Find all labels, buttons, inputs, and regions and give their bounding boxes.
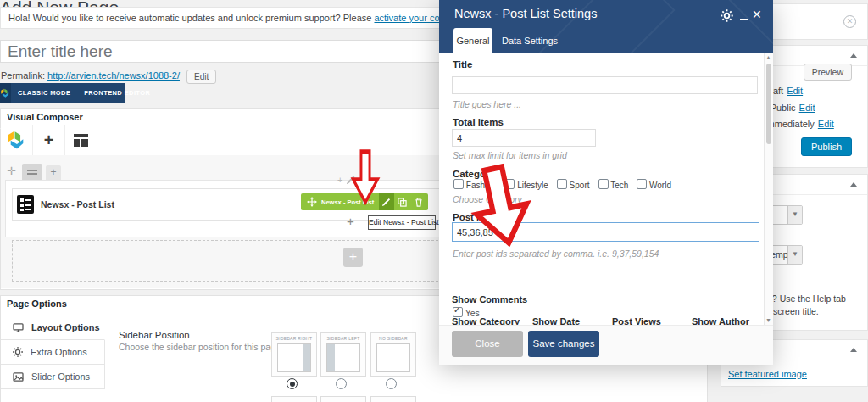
- notice-text: Hola! Would you like to receive automati…: [8, 13, 374, 23]
- gear-icon: [13, 347, 23, 357]
- thumb-option[interactable]: [320, 396, 366, 402]
- vc-logo-icon: [1, 125, 33, 155]
- edit-tooltip: Edit Newsx - Post List: [368, 215, 436, 230]
- copy-icon: [398, 198, 407, 207]
- red-arrow-to-edit-button: [348, 149, 383, 205]
- edit-status-link[interactable]: Edit: [787, 86, 803, 96]
- gear-icon[interactable]: [721, 9, 733, 25]
- tab-slider-options[interactable]: Slider Options: [1, 365, 105, 389]
- collapse-icon[interactable]: [850, 348, 857, 352]
- edit-visibility-link[interactable]: Edit: [799, 103, 815, 113]
- save-changes-button[interactable]: Save changes: [528, 331, 599, 357]
- collapse-icon[interactable]: [850, 182, 857, 187]
- checkbox-icon: [637, 179, 647, 189]
- radio-no-sidebar[interactable]: [386, 378, 397, 389]
- show-comments-checkbox[interactable]: Yes: [453, 307, 480, 318]
- thumb-no-sidebar[interactable]: NO SIDEBAR: [370, 332, 416, 377]
- radio-sidebar-right[interactable]: [287, 378, 298, 389]
- modal-scrollbar[interactable]: ▲ ▼: [764, 53, 773, 325]
- tab-extra-options[interactable]: Extra Options: [1, 340, 105, 365]
- publish-button[interactable]: Publish: [801, 137, 852, 156]
- add-row-button[interactable]: +: [343, 248, 363, 267]
- permalink-label: Permalink:: [1, 70, 45, 81]
- collapse-icon[interactable]: [850, 53, 857, 58]
- edit-schedule-link[interactable]: Edit: [818, 119, 834, 129]
- show-comments-label: Show Comments: [452, 294, 527, 304]
- total-items-label: Total items: [453, 117, 504, 127]
- frontend-editor-button[interactable]: FRONTEND EDITOR: [77, 89, 157, 97]
- scroll-up-icon[interactable]: ▲: [765, 54, 772, 60]
- permalink-edit-button[interactable]: Edit: [186, 70, 216, 84]
- element-name: Newsx - Post List: [41, 199, 114, 209]
- thumb-sidebar-right[interactable]: SIDEBAR RIGHT: [271, 332, 317, 377]
- sidebar-position-label: Sidebar Position: [119, 330, 190, 340]
- scroll-down-icon[interactable]: ▼: [765, 317, 772, 323]
- tab-label: Slider Options: [31, 371, 90, 382]
- category-checkbox-tech[interactable]: Tech: [598, 179, 629, 190]
- element-clone-button[interactable]: [394, 193, 410, 210]
- set-featured-image-link[interactable]: Set featured image: [728, 369, 807, 379]
- title-field-label: Title: [453, 59, 472, 70]
- category-checkbox-world[interactable]: World: [637, 179, 671, 190]
- columns-icon: [74, 134, 88, 147]
- post-list-icon: [17, 195, 34, 214]
- close-icon[interactable]: ✕: [752, 8, 762, 21]
- vc-add-element-button[interactable]: +: [33, 125, 65, 155]
- title-field-help: Title goes here ...: [453, 99, 521, 109]
- chevron-down-icon: ▼: [787, 206, 802, 224]
- image-icon: [13, 372, 24, 382]
- row-add-icon[interactable]: +: [337, 175, 342, 185]
- thumb-label: NO SIDEBAR: [371, 336, 415, 341]
- tab-label: Extra Options: [31, 347, 87, 357]
- move-icon[interactable]: [306, 197, 318, 207]
- thumb-label: SIDEBAR RIGHT: [272, 336, 316, 341]
- add-element-icon[interactable]: +: [347, 214, 354, 228]
- vc-templates-button[interactable]: [65, 125, 97, 155]
- close-button[interactable]: Close: [452, 331, 523, 357]
- minimize-icon[interactable]: [740, 19, 748, 20]
- checkbox-icon: [557, 179, 567, 189]
- activate-copy-link[interactable]: activate your copy: [374, 13, 449, 23]
- thumb-sidebar-left[interactable]: SIDEBAR LEFT: [320, 332, 366, 377]
- scrollbar-thumb[interactable]: [766, 64, 771, 144]
- vc-mode-bar: CLASSIC MODE FRONTEND EDITOR: [0, 83, 125, 103]
- classic-mode-button[interactable]: CLASSIC MODE: [11, 89, 77, 97]
- permalink-row: Permalink: http://arvien.tech/newsx/1088…: [1, 70, 216, 84]
- checkbox-icon: [453, 307, 463, 317]
- chevron-down-icon: ▼: [787, 246, 802, 264]
- tab-general[interactable]: General: [453, 28, 492, 53]
- title-field-input[interactable]: [452, 76, 758, 94]
- thumb-option[interactable]: [271, 396, 317, 402]
- row-move-handle-icon[interactable]: ✛: [7, 165, 16, 177]
- preview-button[interactable]: Preview: [804, 64, 852, 81]
- wordpress-admin-page: Add New Page Hola! Would you like to rec…: [0, 0, 868, 402]
- checkbox-icon: [598, 179, 609, 189]
- permalink-url[interactable]: http://arvien.tech/newsx/1088-2/: [47, 70, 180, 81]
- monitor-icon: [13, 323, 24, 332]
- thumb-option[interactable]: [370, 396, 416, 402]
- element-delete-button[interactable]: [410, 193, 428, 210]
- tab-label: Layout Options: [31, 322, 100, 332]
- tab-data-settings[interactable]: Data Settings: [502, 28, 558, 53]
- trash-icon: [415, 198, 423, 207]
- pencil-icon: [381, 198, 391, 207]
- dismiss-icon[interactable]: ✕: [843, 15, 856, 28]
- total-items-help: Set max limit for items in grid: [453, 150, 567, 160]
- row-drag-tab[interactable]: [22, 164, 42, 180]
- sidebar-position-help: Choose the sidebar position for this pag…: [119, 342, 283, 352]
- category-checkbox-sport[interactable]: Sport: [557, 179, 590, 190]
- thumb-label: SIDEBAR LEFT: [321, 336, 365, 341]
- plus-icon: +: [44, 131, 54, 148]
- modal-footer: Close Save changes: [439, 325, 773, 365]
- row-add-tab[interactable]: +: [46, 165, 61, 180]
- modal-title: Newsx - Post List Settings: [454, 7, 597, 20]
- total-items-input[interactable]: [452, 129, 596, 147]
- vc-logo-icon: [0, 83, 11, 103]
- radio-sidebar-left[interactable]: [336, 378, 347, 389]
- tab-layout-options[interactable]: Layout Options: [1, 315, 105, 340]
